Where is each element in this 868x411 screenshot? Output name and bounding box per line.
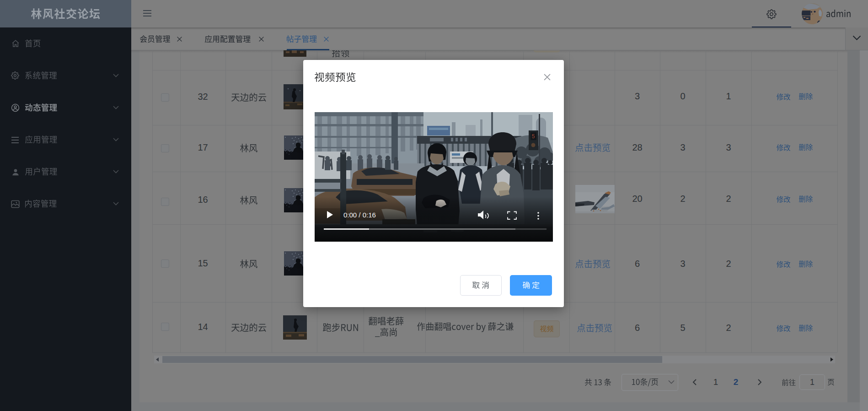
svg-text:0:00 / 0:16: 0:00 / 0:16 — [343, 211, 376, 219]
